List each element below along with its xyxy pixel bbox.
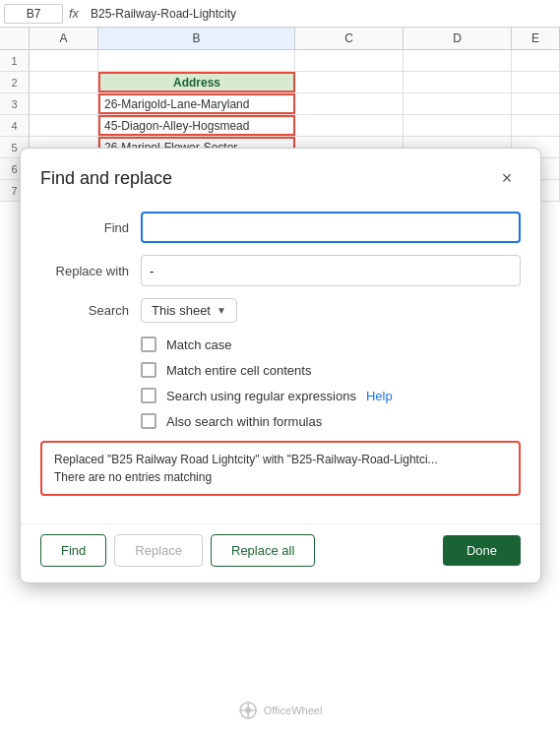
- watermark-text: OfficeWheel: [264, 704, 323, 716]
- column-headers: A B C D E: [0, 28, 560, 50]
- entire-cell-label: Match entire cell contents: [166, 363, 311, 378]
- address-header-text: Address: [173, 76, 220, 90]
- done-button[interactable]: Done: [443, 535, 521, 566]
- row-num-header: [0, 28, 30, 49]
- match-case-label: Match case: [166, 337, 231, 352]
- cell-c1[interactable]: [295, 50, 404, 71]
- cell-d1[interactable]: [404, 50, 512, 71]
- checkbox-row-match-case: Match case: [141, 336, 521, 352]
- search-label: Search: [40, 303, 129, 318]
- regex-label: Search using regular expressions: [166, 389, 356, 403]
- formulas-label: Also search within formulas: [166, 414, 322, 429]
- fx-label: fx: [69, 6, 85, 21]
- grid-row-2: 2 Address: [0, 72, 560, 93]
- find-button[interactable]: Find: [40, 534, 106, 567]
- cell-b3[interactable]: 26-Marigold-Lane-Maryland: [98, 93, 295, 114]
- cell-d3[interactable]: [404, 93, 512, 114]
- cell-e2[interactable]: [512, 72, 560, 92]
- cell-a3[interactable]: [30, 93, 98, 114]
- cell-b4[interactable]: 45-Diagon-Alley-Hogsmead: [98, 115, 295, 136]
- cell-c4[interactable]: [295, 115, 404, 136]
- watermark: OfficeWheel: [238, 701, 323, 720]
- dialog-header: Find and replace ×: [21, 149, 540, 204]
- dialog-title: Find and replace: [40, 168, 172, 189]
- checkboxes-section: Match case Match entire cell contents Se…: [141, 336, 521, 429]
- cell-b3-value: 26-Marigold-Lane-Maryland: [104, 97, 249, 111]
- status-line1: Replaced "B25 Railway Road Lightcity" wi…: [54, 451, 507, 468]
- match-case-checkbox[interactable]: [141, 336, 156, 352]
- cell-a2[interactable]: [30, 72, 98, 92]
- cell-e3[interactable]: [512, 93, 560, 114]
- formula-bar: B7 fx B25-Railway-Road-Lightcity: [0, 0, 560, 28]
- row-num-4: 4: [0, 115, 30, 136]
- find-input[interactable]: [141, 212, 521, 243]
- replace-button[interactable]: Replace: [114, 534, 203, 567]
- cell-d4[interactable]: [404, 115, 512, 136]
- chevron-down-icon: ▼: [217, 305, 226, 316]
- cell-reference[interactable]: B7: [4, 4, 63, 24]
- search-row: Search This sheet ▼: [40, 298, 521, 323]
- cell-e1[interactable]: [512, 50, 560, 71]
- officewheel-icon: [238, 701, 258, 720]
- cell-d2[interactable]: [404, 72, 512, 92]
- col-header-a[interactable]: A: [30, 28, 98, 49]
- checkbox-row-formulas: Also search within formulas: [141, 413, 521, 429]
- status-box: Replaced "B25 Railway Road Lightcity" wi…: [40, 441, 521, 496]
- replace-label: Replace with: [40, 264, 129, 278]
- row-num-3: 3: [0, 93, 30, 114]
- col-header-b[interactable]: B: [98, 28, 295, 49]
- col-header-c[interactable]: C: [295, 28, 404, 49]
- cell-a4[interactable]: [30, 115, 98, 136]
- help-link[interactable]: Help: [366, 389, 393, 403]
- formula-content: B25-Railway-Road-Lightcity: [91, 7, 556, 21]
- replace-row: Replace with: [40, 255, 521, 286]
- checkbox-row-entire-cell: Match entire cell contents: [141, 362, 521, 378]
- formulas-checkbox[interactable]: [141, 413, 156, 429]
- search-dropdown[interactable]: This sheet ▼: [141, 298, 237, 323]
- col-header-e[interactable]: E: [512, 28, 560, 49]
- cell-b4-value: 45-Diagon-Alley-Hogsmead: [104, 119, 249, 133]
- cell-b2[interactable]: Address: [98, 72, 295, 92]
- search-option-text: This sheet: [152, 303, 211, 318]
- col-header-d[interactable]: D: [404, 28, 512, 49]
- checkbox-row-regex: Search using regular expressions Help: [141, 388, 521, 403]
- find-label: Find: [40, 220, 129, 235]
- close-button[interactable]: ×: [493, 164, 521, 192]
- status-line2: There are no entries matching: [54, 468, 507, 486]
- entire-cell-checkbox[interactable]: [141, 362, 156, 378]
- dialog-body: Find Replace with Search This sheet ▼ Ma…: [21, 204, 540, 523]
- cell-c3[interactable]: [295, 93, 404, 114]
- cell-e4[interactable]: [512, 115, 560, 136]
- grid-row-3: 3 26-Marigold-Lane-Maryland: [0, 93, 560, 115]
- cell-b1[interactable]: [98, 50, 295, 71]
- find-replace-dialog: Find and replace × Find Replace with Sea…: [20, 148, 541, 583]
- cell-a1[interactable]: [30, 50, 98, 71]
- cell-c2[interactable]: [295, 72, 404, 92]
- row-num-1: 1: [0, 50, 30, 71]
- footer-left-buttons: Find Replace Replace all: [40, 534, 315, 567]
- grid-row-4: 4 45-Diagon-Alley-Hogsmead: [0, 115, 560, 137]
- regex-checkbox[interactable]: [141, 388, 156, 403]
- replace-input[interactable]: [141, 255, 521, 286]
- replace-all-button[interactable]: Replace all: [211, 534, 315, 567]
- svg-point-1: [245, 707, 251, 713]
- grid-row-1: 1: [0, 50, 560, 72]
- dialog-footer: Find Replace Replace all Done: [21, 523, 540, 582]
- find-row: Find: [40, 212, 521, 243]
- row-num-2: 2: [0, 72, 30, 92]
